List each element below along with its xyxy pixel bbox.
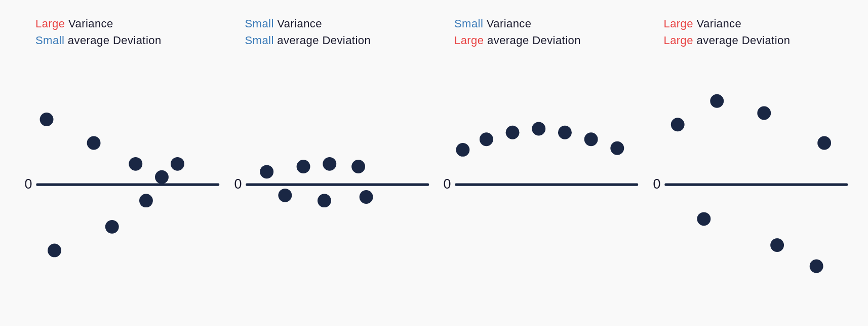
panel-1-title: Large VarianceSmall average Deviation (35, 15, 162, 49)
panel-1-dot-1 (40, 113, 54, 126)
panel-2-title-line1: Small Variance (245, 15, 371, 32)
panel-4-dot-5 (697, 212, 711, 226)
panel-4-dot-2 (670, 118, 684, 131)
panel-1-dot-7 (105, 220, 119, 234)
panel-3-svg: 0 (434, 49, 644, 316)
panel-4-chart: 0 (644, 49, 853, 316)
panel-3-dot-5 (558, 126, 572, 139)
panel-1: Large VarianceSmall average Deviation0 (15, 10, 225, 316)
panel-2-dot-7 (359, 190, 373, 204)
panel-4-title-line1-prefix: Large (664, 17, 693, 30)
svg-text:0: 0 (234, 176, 242, 192)
panel-3: Small VarianceLarge average Deviation0 (434, 10, 644, 316)
panel-3-chart: 0 (434, 49, 644, 316)
panel-1-dot-5 (171, 157, 184, 171)
panel-1-title-line1-suffix: Variance (65, 17, 113, 30)
panel-1-title-line1: Large Variance (35, 15, 162, 32)
panel-3-title-line1: Small Variance (454, 15, 581, 32)
main-container: Large VarianceSmall average Deviation0Sm… (0, 0, 868, 326)
panel-3-dot-1 (456, 143, 469, 157)
panel-4-title-line1: Large Variance (664, 15, 791, 32)
svg-rect-1 (36, 184, 219, 186)
panel-2-dot-4 (351, 160, 365, 173)
panel-3-dot-4 (532, 122, 545, 136)
panel-2-title-line2-suffix: average Deviation (274, 34, 371, 47)
svg-text:0: 0 (444, 176, 451, 192)
panel-3-title-line1-prefix: Small (454, 17, 483, 30)
panel-3-dot-2 (480, 132, 493, 146)
panel-4-title-line1-suffix: Variance (693, 17, 741, 30)
panel-2-svg: 0 (225, 49, 435, 316)
panel-2-dot-2 (296, 160, 310, 173)
panel-3-dot-3 (506, 126, 520, 139)
panel-3-title-line1-suffix: Variance (483, 17, 531, 30)
panel-4-title-line2-suffix: average Deviation (693, 34, 790, 47)
panel-1-title-line2: Small average Deviation (35, 32, 162, 49)
panel-1-dot-8 (48, 243, 61, 257)
panel-1-dot-4 (155, 170, 169, 184)
panel-4-title: Large VarianceLarge average Deviation (664, 15, 791, 49)
panel-2-title: Small VarianceSmall average Deviation (245, 15, 371, 49)
panel-1-title-line2-prefix: Small (35, 34, 64, 47)
panel-2-title-line1-suffix: Variance (274, 17, 322, 30)
svg-text:0: 0 (653, 176, 660, 192)
panel-2-title-line2: Small average Deviation (245, 32, 371, 49)
panel-1-svg: 0 (15, 49, 225, 316)
panel-4-dot-7 (809, 259, 823, 273)
panel-2-dot-1 (260, 165, 273, 178)
svg-rect-3 (246, 184, 429, 186)
svg-rect-5 (455, 184, 638, 186)
panel-4-title-line2: Large average Deviation (664, 32, 791, 49)
panel-2-dot-3 (323, 157, 336, 171)
panel-3-dot-6 (584, 132, 598, 146)
panel-3-dot-7 (610, 141, 624, 155)
svg-rect-7 (664, 184, 848, 186)
panel-2-chart: 0 (225, 49, 435, 316)
panel-2-title-line1-prefix: Small (245, 17, 274, 30)
panel-4-dot-6 (770, 238, 784, 252)
panel-4-svg: 0 (644, 49, 853, 316)
panel-4-dot-1 (710, 94, 724, 108)
panel-2: Small VarianceSmall average Deviation0 (225, 10, 435, 316)
panel-3-title-line2-prefix: Large (454, 34, 484, 47)
panel-2-dot-6 (317, 194, 331, 207)
panel-3-title: Small VarianceLarge average Deviation (454, 15, 581, 49)
panel-1-title-line2-suffix: average Deviation (64, 34, 161, 47)
panel-1-title-line1-prefix: Large (35, 17, 65, 30)
panel-1-dot-3 (129, 157, 142, 171)
panel-1-dot-6 (139, 194, 153, 207)
panel-4-title-line2-prefix: Large (664, 34, 693, 47)
panel-3-title-line2-suffix: average Deviation (484, 34, 580, 47)
panel-1-dot-2 (87, 136, 101, 150)
panel-4-dot-4 (817, 136, 831, 150)
panel-1-chart: 0 (15, 49, 225, 316)
panel-2-dot-5 (278, 189, 292, 202)
panel-4-dot-3 (757, 106, 771, 120)
svg-text:0: 0 (25, 176, 32, 192)
panel-3-title-line2: Large average Deviation (454, 32, 581, 49)
panel-4: Large VarianceLarge average Deviation0 (644, 10, 853, 316)
panel-2-title-line2-prefix: Small (245, 34, 274, 47)
